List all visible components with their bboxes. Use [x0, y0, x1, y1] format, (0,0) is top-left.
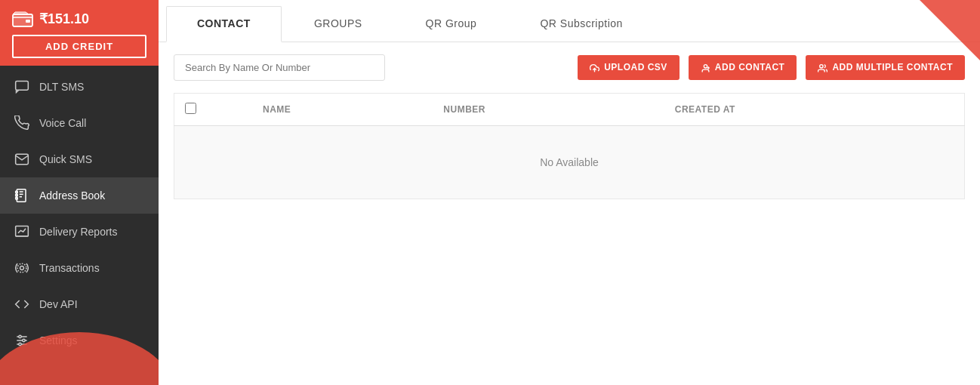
phone-icon [14, 115, 30, 131]
upload-icon [590, 62, 599, 72]
tab-qr-subscription[interactable]: QR Subscription [509, 6, 653, 42]
add-credit-button[interactable]: ADD CREDIT [12, 35, 146, 58]
contacts-table: NAME NUMBER CREATED AT No Available [174, 93, 965, 199]
sidebar-item-address-book[interactable]: Address Book [0, 177, 159, 214]
svg-point-22 [704, 64, 707, 67]
tab-contact[interactable]: CONTACT [166, 6, 282, 42]
add-contact-icon [701, 62, 710, 72]
main-content: CONTACT GROUPS QR Group QR Subscription … [159, 0, 980, 385]
sidebar-nav: DLT SMS Voice Call Quick SMS Address Boo… [0, 66, 159, 385]
add-contact-button[interactable]: ADD CONTACT [689, 55, 797, 79]
th-name: NAME [252, 94, 433, 126]
sidebar-item-settings[interactable]: Settings [0, 322, 159, 359]
sidebar-item-label: Settings [39, 334, 78, 346]
th-number: NUMBER [433, 94, 664, 126]
add-multiple-contact-label: ADD MULTIPLE CONTACT [832, 62, 953, 72]
sidebar-item-label: Quick SMS [39, 153, 92, 165]
sidebar-item-dlt-sms[interactable]: DLT SMS [0, 69, 159, 105]
sidebar-item-transactions[interactable]: Transactions [0, 250, 159, 286]
sidebar-item-voice-call[interactable]: Voice Call [0, 105, 159, 141]
th-actions [207, 94, 252, 126]
no-data-message: No Available [174, 126, 965, 199]
svg-point-18 [23, 339, 25, 341]
chart-icon [14, 223, 30, 240]
tab-groups[interactable]: GROUPS [283, 6, 393, 42]
add-multiple-contact-button[interactable]: ADD MULTIPLE CONTACT [806, 55, 965, 79]
sidebar-item-quick-sms[interactable]: Quick SMS [0, 141, 159, 177]
toolbar: UPLOAD CSV ADD CONTACT [159, 42, 980, 93]
search-input[interactable] [174, 54, 385, 81]
select-all-checkbox[interactable] [185, 103, 196, 114]
svg-point-19 [19, 343, 21, 345]
transactions-icon [14, 260, 30, 276]
sidebar-item-delivery-reports[interactable]: Delivery Reports [0, 214, 159, 250]
add-multiple-icon [818, 62, 827, 72]
sidebar-item-dev-api[interactable]: Dev API [0, 286, 159, 322]
contacts-table-container: NAME NUMBER CREATED AT No Available [159, 93, 980, 385]
mail-icon [14, 151, 30, 168]
svg-rect-1 [26, 20, 30, 23]
svg-point-12 [20, 266, 24, 270]
tab-qr-group[interactable]: QR Group [395, 6, 508, 42]
th-created-at: CREATED AT [664, 94, 965, 126]
svg-rect-3 [17, 189, 26, 202]
no-data-row: No Available [174, 126, 965, 199]
sidebar-header: ₹151.10 ADD CREDIT [0, 0, 159, 66]
sidebar: ₹151.10 ADD CREDIT DLT SMS Voice Call Qu… [0, 0, 159, 385]
svg-point-17 [19, 335, 21, 337]
sliders-icon [14, 332, 30, 349]
th-checkbox [174, 94, 208, 126]
sidebar-item-label: Delivery Reports [39, 226, 117, 238]
tabs-container: CONTACT GROUPS QR Group QR Subscription [159, 0, 980, 42]
sidebar-item-label: Transactions [39, 262, 100, 274]
sidebar-item-label: DLT SMS [39, 81, 84, 93]
code-icon [14, 296, 30, 313]
svg-point-13 [17, 263, 26, 273]
balance-amount: ₹151.10 [39, 11, 89, 27]
sidebar-item-label: Voice Call [39, 117, 86, 129]
table-header-row: NAME NUMBER CREATED AT [174, 94, 965, 126]
svg-point-25 [820, 64, 823, 67]
upload-csv-label: UPLOAD CSV [604, 62, 667, 72]
svg-rect-2 [16, 82, 29, 91]
sidebar-item-label: Dev API [39, 298, 78, 310]
add-contact-label: ADD CONTACT [715, 62, 785, 72]
sidebar-item-label: Address Book [39, 189, 105, 202]
wallet-icon [12, 11, 33, 27]
message-icon [14, 79, 30, 95]
book-icon [14, 187, 30, 204]
upload-csv-button[interactable]: UPLOAD CSV [578, 55, 680, 79]
balance-section: ₹151.10 [12, 11, 89, 27]
